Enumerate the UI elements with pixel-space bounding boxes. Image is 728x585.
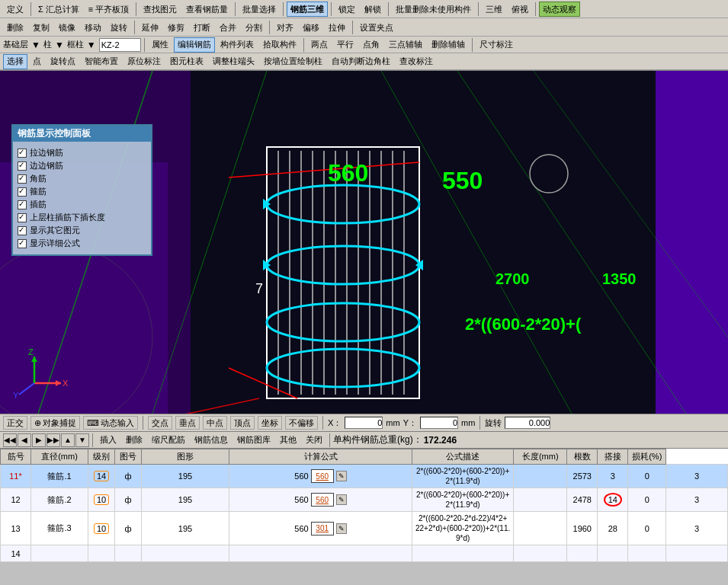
cell-diameter[interactable]: 10 — [88, 512, 115, 545]
nav-down-btn[interactable]: ▼ — [75, 433, 89, 447]
rotate-btn[interactable]: 旋转 — [107, 20, 131, 35]
x-coord-input[interactable] — [345, 417, 383, 429]
table-row[interactable]: 11* 箍筋.1 14 ф 195 560 560 ✎ 2*((600-2*20… — [1, 465, 728, 488]
stretch-btn[interactable]: 拉伸 — [325, 20, 349, 35]
snap-btn[interactable]: ⊕ 对象捕捉 — [30, 416, 80, 430]
merge-btn[interactable]: 合并 — [216, 20, 240, 35]
trim-btn[interactable]: 修剪 — [164, 20, 188, 35]
vertex-btn[interactable]: 顶点 — [230, 416, 255, 430]
rebar-info-btn[interactable]: 钢筋信息 — [191, 433, 232, 448]
parallel-btn[interactable]: 平行 — [333, 37, 358, 53]
table-row[interactable]: 12 箍筋.2 10 ф 195 560 560 ✎ 2*((600-2*20)… — [1, 488, 728, 512]
move-btn[interactable]: 移动 — [81, 20, 105, 35]
edit-shape-btn[interactable]: ✎ — [336, 494, 347, 505]
col-desc: 公式描述 — [412, 449, 514, 465]
cell-shape[interactable]: 560 560 ✎ — [229, 488, 412, 512]
three-point-btn[interactable]: 三点辅轴 — [385, 37, 426, 53]
nav-first-btn[interactable]: ◀◀ — [3, 433, 17, 447]
table-row[interactable]: 14 — [1, 545, 728, 562]
checkbox-show-detail[interactable] — [18, 239, 27, 248]
set-grip-btn[interactable]: 设置夹点 — [356, 20, 397, 35]
point-angle-btn[interactable]: 点角 — [359, 37, 383, 53]
cell-count[interactable]: 14 — [598, 488, 628, 512]
edit-shape-btn[interactable]: ✎ — [336, 471, 347, 481]
offset-btn[interactable]: 偏移 — [299, 20, 323, 35]
checkbox-corner[interactable] — [18, 174, 27, 184]
rotate-input[interactable] — [505, 417, 550, 429]
nav-last-btn[interactable]: ▶▶ — [47, 433, 60, 447]
dynamic-input-btn[interactable]: ⌨ 动态输入 — [83, 416, 138, 430]
find-btn[interactable]: 查找图元 — [140, 2, 181, 17]
perp-btn[interactable]: 垂点 — [175, 416, 200, 430]
close-btn[interactable]: 关闭 — [302, 433, 326, 448]
define-btn[interactable]: 定义 — [3, 2, 27, 17]
ortho-btn[interactable]: 正交 — [3, 416, 27, 430]
3d-btn[interactable]: 三维 — [482, 2, 506, 17]
scale-rebar-btn[interactable]: 缩尺配筋 — [148, 433, 189, 448]
insert-row-btn[interactable]: 插入 — [96, 433, 120, 448]
checkbox-show-other[interactable] — [18, 226, 27, 235]
point-btn[interactable]: 点 — [29, 54, 45, 69]
delete-row-btn[interactable]: 删除 — [122, 433, 146, 448]
sum-btn[interactable]: Σ 汇总计算 — [34, 2, 83, 17]
checkbox-upper-col[interactable] — [18, 213, 27, 222]
y-coord-input[interactable] — [420, 417, 458, 429]
mirror-btn[interactable]: 镜像 — [55, 20, 79, 35]
midpoint-btn[interactable]: 中点 — [203, 416, 227, 430]
check-annotation-btn[interactable]: 查改标注 — [396, 54, 437, 69]
main-3d-view[interactable]: 560 550 2700 1350 2*((600-2*20)+( 7 X Z … — [0, 71, 728, 414]
dynamic-view-btn[interactable]: 动态观察 — [539, 2, 580, 17]
smart-layout-btn[interactable]: 智能布置 — [81, 54, 122, 69]
sep16 — [322, 416, 323, 430]
extend-btn[interactable]: 延伸 — [138, 20, 162, 35]
component-list-btn[interactable]: 构件列表 — [216, 37, 258, 53]
pick-component-btn[interactable]: 拾取构件 — [259, 37, 300, 53]
sep15 — [143, 416, 143, 430]
coord-btn[interactable]: 坐标 — [258, 416, 282, 430]
checkbox-insert[interactable] — [18, 200, 27, 209]
edit-shape-btn[interactable]: ✎ — [336, 523, 347, 534]
no-offset-btn[interactable]: 不偏移 — [285, 416, 318, 430]
batch-select-btn[interactable]: 批量选择 — [239, 2, 280, 17]
edit-rebar-btn[interactable]: 编辑钢筋 — [174, 37, 215, 53]
two-point-btn[interactable]: 两点 — [307, 37, 332, 53]
checkbox-side1[interactable] — [18, 149, 27, 158]
rebar-panel-title: 钢筋显示控制面板 — [13, 126, 151, 142]
draw-by-wall-btn[interactable]: 按墙位置绘制柱 — [260, 54, 326, 69]
in-place-annotation-btn[interactable]: 原位标注 — [123, 54, 165, 69]
cell-diameter[interactable]: 14 — [88, 465, 115, 488]
dimension-btn[interactable]: 尺寸标注 — [476, 37, 517, 53]
element-column-table-btn[interactable]: 图元柱表 — [166, 54, 207, 69]
property-btn[interactable]: 属性 — [148, 37, 172, 53]
unlock-btn[interactable]: 解锁 — [361, 2, 385, 17]
table-row[interactable]: 13 箍筋.3 10 ф 195 560 301 ✎ 2*((600-2*20-… — [1, 512, 728, 545]
top-view-btn[interactable]: 俯视 — [508, 2, 532, 17]
select-btn[interactable]: 选择 — [3, 54, 27, 69]
break-btn[interactable]: 打断 — [190, 20, 214, 35]
delete-btn[interactable]: 删除 — [3, 20, 27, 35]
batch-delete-btn[interactable]: 批量删除未使用构件 — [392, 2, 475, 17]
rotate-point-btn[interactable]: 旋转点 — [47, 54, 79, 69]
cell-shape[interactable]: 560 301 ✎ — [229, 512, 412, 545]
align-btn[interactable]: 对齐 — [273, 20, 297, 35]
component-name-input[interactable] — [99, 38, 141, 52]
rebar-library-btn[interactable]: 钢筋图库 — [233, 433, 274, 448]
split-btn[interactable]: 分割 — [242, 20, 266, 35]
view-rebar-btn[interactable]: 查看钢筋量 — [182, 2, 232, 17]
nav-prev-btn[interactable]: ◀ — [18, 433, 31, 447]
cell-shape[interactable]: 560 560 ✎ — [229, 465, 412, 488]
intersection-btn[interactable]: 交点 — [148, 416, 172, 430]
checkbox-side2[interactable] — [18, 161, 27, 171]
auto-judge-corner-btn[interactable]: 自动判断边角柱 — [328, 54, 394, 69]
other-btn[interactable]: 其他 — [276, 433, 300, 448]
delete-aux-btn[interactable]: 删除辅轴 — [428, 37, 469, 53]
rebar-3d-btn[interactable]: 钢筋三维 — [287, 2, 328, 17]
copy-btn[interactable]: 复制 — [29, 20, 53, 35]
align-top-btn[interactable]: ≡ 平齐板顶 — [85, 2, 133, 17]
nav-next-btn[interactable]: ▶ — [32, 433, 46, 447]
adjust-column-head-btn[interactable]: 调整柱端头 — [209, 54, 258, 69]
nav-up-btn[interactable]: ▲ — [61, 433, 75, 447]
cell-diameter[interactable]: 10 — [88, 488, 115, 512]
checkbox-stirrup[interactable] — [18, 187, 27, 197]
lock-btn[interactable]: 锁定 — [335, 2, 359, 17]
